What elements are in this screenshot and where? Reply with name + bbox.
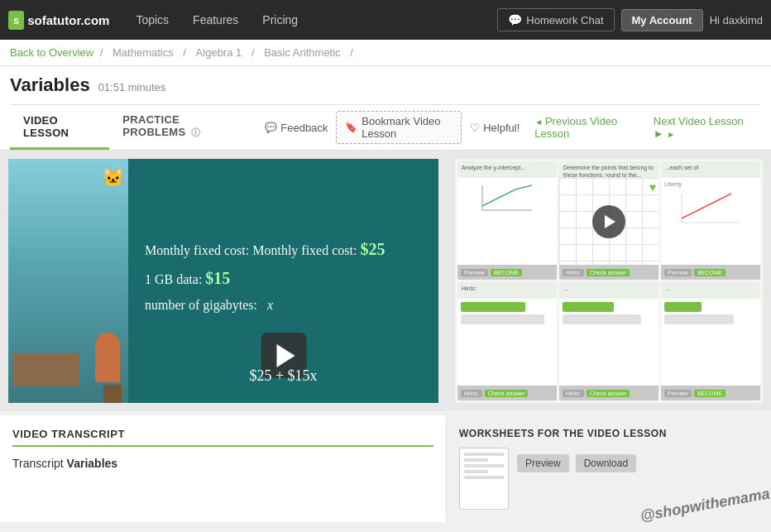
worksheet-card-1: Analyze the y-intercept...: [457, 161, 557, 280]
preview-button[interactable]: Preview: [517, 454, 569, 472]
breadcrumb-sep3: /: [251, 46, 255, 59]
ws-card-1-body: [457, 178, 557, 265]
ws-card-5-answer-btn[interactable]: Check answer: [587, 390, 630, 397]
worksheet-actions: Preview Download: [517, 448, 636, 472]
ws-card-6-header: ...: [661, 282, 760, 299]
logo[interactable]: s sofatutor.com: [8, 11, 109, 30]
ws-bottom-buttons: Preview Download: [517, 454, 636, 472]
worksheet-card-5: ... Hints: Check answer: [559, 282, 658, 400]
ws-play-icon: [605, 215, 615, 228]
homework-chat-label: Homework Chat: [526, 14, 603, 26]
my-account-button[interactable]: My Account: [621, 9, 703, 31]
ws-progress-bar-6: [664, 314, 734, 324]
lesson-duration: 01:51 minutes: [98, 81, 166, 93]
ws-card-1-header: Analyze the y-intercept...: [457, 161, 557, 178]
worksheets-title: WORKSHEETS FOR THE VIDEO LESSON: [459, 428, 759, 439]
bookmark-icon: 🔖: [345, 122, 357, 133]
ws-card-5-body: [559, 299, 658, 386]
video-line-3: number of gigabytes: x: [145, 298, 422, 313]
transcript-title: VIDEO TRANSCRIPT: [12, 428, 433, 447]
ws-card-3-become-btn[interactable]: BECOME: [694, 269, 726, 276]
transcript-text: Transcript Variables: [12, 455, 433, 472]
ws-card-3-footer: Preview BECOME: [661, 265, 760, 280]
ws-card-4-footer: Hints: Check answer: [457, 386, 557, 400]
tab-video-lesson[interactable]: VIDEO LESSON: [10, 106, 109, 150]
worksheet-card-4: Hints: Hints: Check answer: [457, 282, 557, 400]
ws-card-6-footer: Preview BECOME: [661, 386, 760, 400]
ws-card-3-body: Liberty: [661, 178, 760, 265]
nav-features[interactable]: Features: [183, 8, 248, 31]
video-line-1: Monthly fixed cost: Monthly fixed cost: …: [145, 240, 422, 259]
nav-right: 💬 Homework Chat My Account Hi daxkimd: [497, 8, 763, 31]
ws-card-4-answer-btn[interactable]: Check answer: [485, 390, 528, 397]
nav-topics[interactable]: Topics: [126, 8, 179, 31]
ws-card-2-header: Determine the points that belong to thes…: [559, 161, 658, 178]
ws-card-1-preview-btn[interactable]: Preview: [461, 269, 488, 276]
ws-progress-bar-3: [563, 302, 614, 312]
ws-card-1-footer: Preview BECOME: [457, 265, 557, 280]
breadcrumb-sep2: /: [183, 46, 186, 59]
ws-graph-1: [461, 181, 553, 214]
ws-progress-bar-2: [461, 314, 544, 324]
ws-bookmark-icon: ♥: [649, 180, 656, 194]
prev-lesson-button[interactable]: Previous Video Lesson: [528, 115, 639, 140]
breadcrumb: Back to Overview / Mathematics / Algebra…: [0, 40, 771, 66]
ws-card-2-hints: Hints:: [563, 269, 584, 276]
helpful-label: Helpful!: [483, 122, 520, 134]
ws-card-3-header: ...each set of: [661, 161, 760, 178]
helpful-button[interactable]: ♡ Helpful!: [470, 122, 520, 134]
ws-card-2-center: [559, 178, 658, 265]
worksheet-preview-grid: Analyze the y-intercept...: [455, 159, 763, 403]
tab-actions: 💬 Feedback 🔖 Bookmark Video Lesson ♡ Hel…: [256, 111, 761, 144]
ws-card-5-header: ...: [559, 282, 658, 299]
homework-chat-button[interactable]: 💬 Homework Chat: [497, 8, 614, 31]
breadcrumb-arithmetic: Basic Arithmetic: [264, 46, 340, 59]
download-button[interactable]: Download: [576, 454, 636, 472]
worksheet-card-3: ...each set of Liberty Preview BECOME: [661, 161, 760, 280]
ws-card-1-become-btn[interactable]: BECOME: [491, 269, 522, 276]
tab-practice-problems[interactable]: PRACTICE PROBLEMS ⓘ: [109, 105, 256, 150]
nav-pricing[interactable]: Pricing: [252, 8, 308, 31]
feedback-button[interactable]: 💬 Feedback: [265, 122, 328, 134]
ws-card-5-hints: Hints:: [563, 390, 584, 397]
worksheet-thumbnail: [459, 448, 509, 510]
logo-icon: s: [8, 11, 24, 30]
video-player[interactable]: 🐱 Monthly fixed cost: Monthly fixed cost…: [8, 159, 438, 403]
greeting-text: Hi daxkimd: [710, 14, 763, 26]
bookmark-button[interactable]: 🔖 Bookmark Video Lesson: [336, 111, 462, 144]
ws-progress-bar-4: [563, 314, 641, 324]
navbar: s sofatutor.com Topics Features Pricing …: [0, 0, 771, 40]
transcript-column: VIDEO TRANSCRIPT Transcript Variables: [0, 415, 447, 522]
right-panel: Analyze the y-intercept...: [447, 159, 771, 403]
next-lesson-button[interactable]: Next Video Lesson ►: [647, 115, 753, 140]
ws-card-3-preview-btn[interactable]: Preview: [664, 269, 692, 276]
video-column: 🐱 Monthly fixed cost: Monthly fixed cost…: [0, 159, 447, 403]
ws-card-2-answer-btn[interactable]: Check answer: [587, 269, 630, 276]
ws-card-6-become-btn[interactable]: BECOME: [694, 390, 726, 397]
heart-icon: ♡: [470, 122, 480, 134]
video-equation-line: $25 + $15x: [249, 367, 317, 385]
chat-icon: 💬: [508, 13, 522, 26]
ws-progress-bar-1: [461, 302, 525, 312]
tabs-bar: VIDEO LESSON PRACTICE PROBLEMS ⓘ 💬 Feedb…: [10, 104, 761, 150]
breadcrumb-sep1: /: [100, 46, 103, 59]
ws-play-button[interactable]: [592, 205, 625, 238]
ws-graph-3: [664, 189, 757, 227]
video-text-lines: Monthly fixed cost: Monthly fixed cost: …: [145, 240, 422, 323]
worksheet-card-6: ... Preview BECOME: [661, 282, 760, 400]
ws-card-2-body: ♥: [559, 178, 658, 265]
cat-decoration: 🐱: [102, 167, 124, 189]
feedback-label: Feedback: [280, 122, 328, 134]
ws-card-2-footer: Hints: Check answer: [559, 265, 658, 280]
ws-card-6-preview-btn[interactable]: Preview: [664, 390, 692, 397]
breadcrumb-back-link[interactable]: Back to Overview: [10, 46, 93, 59]
breadcrumb-algebra: Algebra 1: [196, 46, 242, 59]
transcript-bold: Variables: [67, 457, 118, 470]
main-content: 🐱 Monthly fixed cost: Monthly fixed cost…: [0, 151, 771, 411]
video-main-content: Monthly fixed cost: Monthly fixed cost: …: [128, 159, 438, 403]
video-line-2: 1 GB data: $15: [145, 269, 422, 288]
breadcrumb-mathematics: Mathematics: [113, 46, 174, 59]
worksheet-card-2[interactable]: Determine the points that belong to thes…: [559, 161, 658, 280]
ws-card-6-body: [661, 299, 760, 386]
ws-card-4-hints: Hints:: [461, 390, 482, 397]
